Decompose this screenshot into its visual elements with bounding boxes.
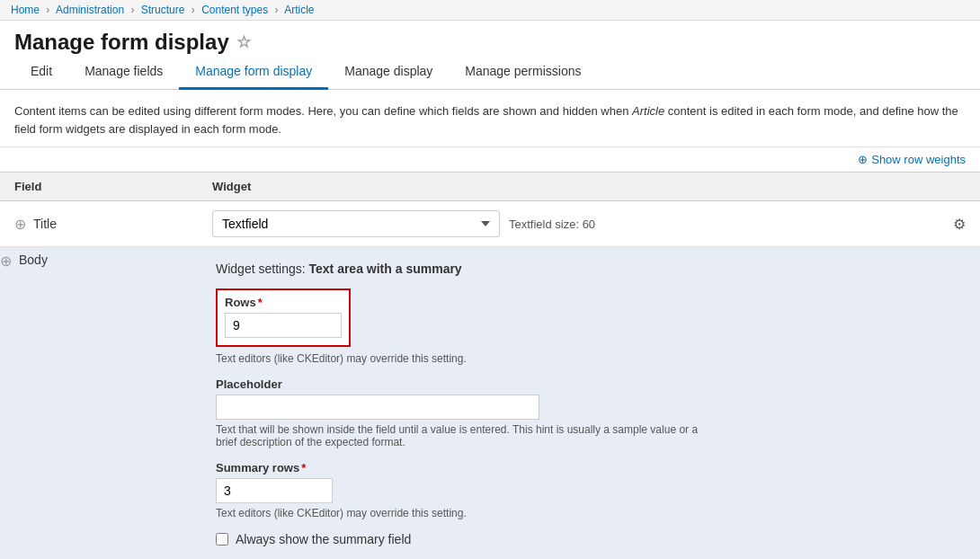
rows-input[interactable] (225, 313, 342, 338)
field-column-header: Field (0, 173, 198, 201)
show-row-weights-icon: ⊕ (858, 153, 868, 166)
breadcrumb-structure[interactable]: Structure (141, 4, 185, 16)
title-field-name: Title (33, 217, 57, 231)
always-show-summary-label: Always show the summary field (236, 532, 411, 546)
body-drag-handle[interactable]: ⊕ (0, 253, 12, 270)
placeholder-hint: Text that will be shown inside the field… (216, 423, 719, 448)
fields-table: Field Widget ⊕ Title Textfield Te (0, 172, 980, 559)
breadcrumb: Home › Administration › Structure › Cont… (0, 0, 980, 21)
page-title: Manage form display ☆ (14, 30, 966, 55)
widget-column-header: Widget (198, 173, 980, 201)
page-title-text: Manage form display (14, 30, 229, 55)
rows-field-group: Rows* Text editors (like CKEditor) may o… (216, 288, 962, 365)
tab-manage-permissions[interactable]: Manage permissions (449, 55, 597, 90)
always-show-summary-row: Always show the summary field (216, 532, 962, 546)
favorite-icon[interactable]: ☆ (236, 32, 251, 52)
page-description: Content items can be edited using differ… (0, 90, 980, 147)
breadcrumb-administration[interactable]: Administration (56, 4, 124, 16)
placeholder-input[interactable] (216, 395, 539, 420)
title-settings-gear[interactable]: ⚙ (953, 216, 966, 233)
title-widget-cell: Textfield Textfield size: 60 ⚙ (198, 201, 980, 247)
row-weights-bar: ⊕ Show row weights (0, 147, 980, 172)
summary-rows-hint: Text editors (like CKEditor) may overrid… (216, 507, 962, 519)
body-widget-settings-cell: Widget settings: Text area with a summar… (198, 247, 980, 560)
tab-manage-fields[interactable]: Manage fields (68, 55, 179, 90)
summary-rows-input[interactable] (216, 478, 333, 503)
breadcrumb-article[interactable]: Article (284, 4, 314, 16)
title-drag-handle[interactable]: ⊕ (14, 216, 26, 233)
placeholder-field-group: Placeholder Text that will be shown insi… (216, 377, 962, 448)
description-article: Article (632, 104, 664, 118)
page-header: Manage form display ☆ (0, 21, 980, 55)
title-textfield-size: Textfield size: 60 (509, 217, 595, 231)
body-table-row: ⊕ Body Widget settings: Text area with a… (0, 247, 980, 560)
placeholder-label: Placeholder (216, 377, 962, 391)
description-text-before: Content items can be edited using differ… (14, 104, 632, 118)
show-row-weights-link[interactable]: ⊕ Show row weights (858, 153, 966, 166)
body-field-name: Body (19, 253, 48, 267)
rows-required-asterisk: * (258, 296, 263, 309)
tab-manage-display[interactable]: Manage display (328, 55, 449, 90)
breadcrumb-content-types[interactable]: Content types (201, 4, 268, 16)
widget-settings-prefix: Widget settings: (216, 262, 309, 276)
show-row-weights-label: Show row weights (871, 153, 966, 166)
tab-nav: Edit Manage fields Manage form display M… (0, 55, 980, 90)
breadcrumb-home[interactable]: Home (11, 4, 40, 16)
tab-manage-form-display[interactable]: Manage form display (179, 55, 328, 90)
table-row: ⊕ Title Textfield Textfield size: 60 ⚙ (0, 201, 980, 247)
rows-hint: Text editors (like CKEditor) may overrid… (216, 352, 962, 365)
widget-settings-panel: Widget settings: Text area with a summar… (198, 247, 980, 559)
widget-settings-title: Widget settings: Text area with a summar… (216, 262, 962, 276)
summary-rows-required-asterisk: * (301, 461, 306, 475)
rows-label: Rows* (225, 296, 342, 309)
widget-settings-bold: Text area with a summary (309, 262, 462, 276)
rows-highlighted-box: Rows* (216, 288, 351, 347)
title-field-cell: ⊕ Title (0, 201, 198, 247)
summary-rows-label: Summary rows* (216, 461, 962, 475)
tab-edit[interactable]: Edit (14, 55, 68, 90)
title-widget-select-wrapper: Textfield (212, 210, 500, 237)
title-widget-select[interactable]: Textfield (212, 210, 500, 237)
summary-rows-field-group: Summary rows* Text editors (like CKEdito… (216, 461, 962, 519)
body-field-cell: ⊕ Body (0, 247, 198, 560)
always-show-summary-checkbox[interactable] (216, 533, 228, 546)
